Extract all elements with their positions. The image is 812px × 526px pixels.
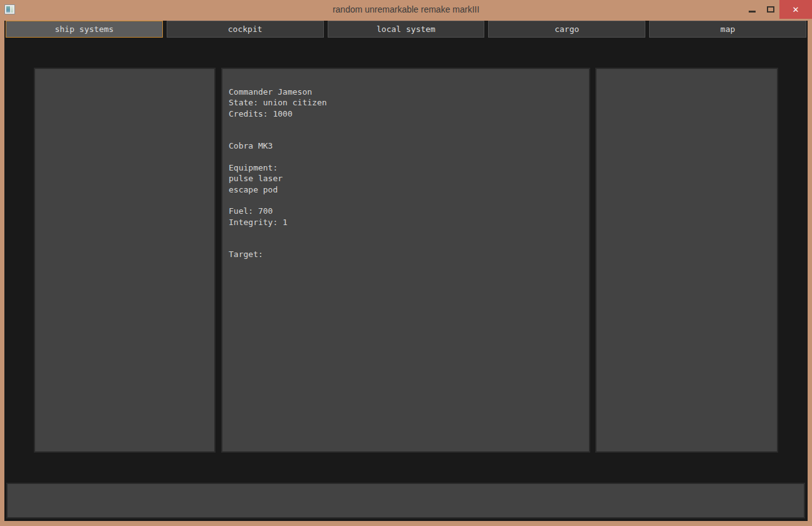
app-window: random unremarkable remake markIII ✕ shi… <box>0 0 812 526</box>
right-panel <box>595 68 778 453</box>
console-line <box>229 119 583 130</box>
console-line: Equipment: <box>229 162 583 173</box>
app-icon-left-pane <box>6 6 10 13</box>
console-line <box>229 152 583 162</box>
close-button[interactable]: ✕ <box>779 0 812 19</box>
titlebar[interactable]: random unremarkable remake markIII ✕ <box>0 0 812 19</box>
tab-local-system[interactable]: local system <box>328 21 485 38</box>
console-line: Fuel: 700 <box>229 206 583 216</box>
tab-map-label: map <box>721 24 735 34</box>
tab-cargo[interactable]: cargo <box>488 21 645 38</box>
console-line: Commander Jameson <box>229 87 583 97</box>
window-controls: ✕ <box>743 0 812 19</box>
window-frame: ship systems cockpit local system cargo … <box>0 19 812 526</box>
console-line <box>229 228 583 238</box>
left-panel <box>34 68 216 453</box>
console-line: Integrity: 1 <box>229 217 583 228</box>
console-line: Cobra MK3 <box>229 140 583 151</box>
minimize-icon <box>749 11 756 13</box>
tab-map[interactable]: map <box>649 21 806 38</box>
close-icon: ✕ <box>793 5 799 14</box>
ship-status-text: Commander JamesonState: union citizenCre… <box>222 69 589 260</box>
window-title: random unremarkable remake markIII <box>0 0 812 19</box>
minimize-button[interactable] <box>743 0 761 19</box>
app-icon <box>4 4 15 14</box>
console-line: pulse laser <box>229 173 583 184</box>
tab-cockpit-label: cockpit <box>228 24 263 34</box>
console-line <box>229 238 583 249</box>
console-line: escape pod <box>229 184 583 195</box>
message-bar <box>6 483 805 518</box>
main-content: ship systems cockpit local system cargo … <box>4 21 808 521</box>
maximize-button[interactable] <box>761 0 779 19</box>
console-line <box>229 195 583 206</box>
app-icon-right-pane <box>11 6 13 13</box>
console-line: Target: <box>229 249 583 260</box>
console-line: Credits: 1000 <box>229 108 583 119</box>
tab-local-system-label: local system <box>377 24 435 34</box>
tab-cockpit[interactable]: cockpit <box>167 21 324 38</box>
tab-ship-systems[interactable]: ship systems <box>6 21 163 38</box>
tab-ship-systems-label: ship systems <box>55 24 113 34</box>
console-line: State: union citizen <box>229 97 583 108</box>
tab-bar: ship systems cockpit local system cargo … <box>6 21 806 38</box>
console-line <box>229 130 583 140</box>
tab-cargo-label: cargo <box>554 24 579 34</box>
ship-status-panel: Commander JamesonState: union citizenCre… <box>221 68 590 453</box>
maximize-icon <box>767 6 774 13</box>
